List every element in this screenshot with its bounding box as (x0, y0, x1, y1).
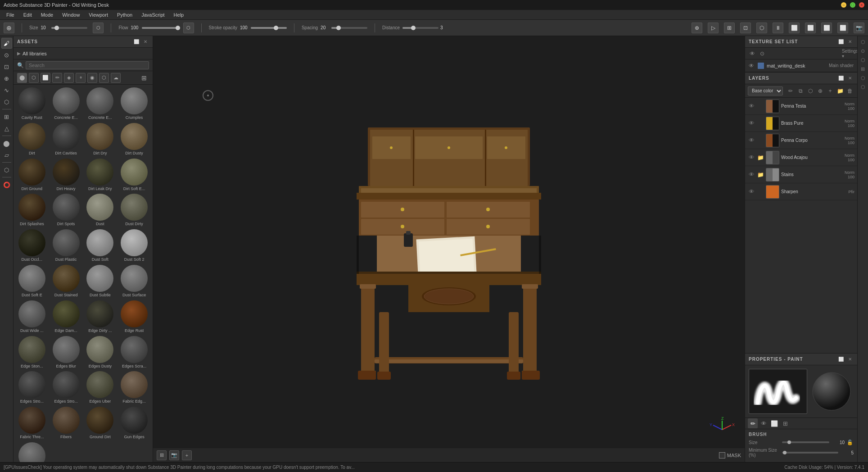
texture-set-item[interactable]: 👁 mat_writing_desk Main shader (745, 59, 857, 72)
ts-close-btn[interactable]: ✕ (846, 38, 854, 45)
asset-item-7[interactable]: Dirt Dusty (118, 122, 151, 157)
clone-tool[interactable]: ⊕ (1, 73, 12, 84)
vp-grid-btn[interactable]: ⊞ (157, 450, 167, 460)
prop-eye-btn[interactable]: 👁 (759, 418, 769, 428)
viewport-btn-7[interactable]: ⬜ (789, 23, 800, 33)
layer-item-3[interactable]: 👁📁Wood AcajouNorm100 (745, 149, 857, 166)
asset-item-18[interactable]: Dust Soft (84, 228, 117, 263)
viewport-btn-3[interactable]: ⊞ (724, 23, 735, 33)
menu-javascript[interactable]: JavaScript (137, 11, 169, 18)
asset-item-17[interactable]: Dust Plastic (50, 228, 83, 263)
menu-edit[interactable]: Edit (19, 11, 36, 18)
layer-eye-5[interactable]: 👁 (748, 188, 755, 195)
ts-expand-btn[interactable]: ⬜ (837, 38, 845, 45)
asset-item-9[interactable]: Dirt Heavy (50, 158, 83, 192)
select-tool[interactable]: ⊞ (1, 111, 12, 122)
bake-tool[interactable]: ⬡ (1, 164, 12, 175)
size-lock-btn[interactable]: ⬡ (93, 23, 104, 33)
color-picker[interactable]: ⬤ (1, 138, 12, 149)
prop-square-btn[interactable]: ⬜ (769, 418, 779, 428)
asset-item-34[interactable]: Edges Uber (84, 370, 117, 405)
layers-effect-btn[interactable]: ⊕ (816, 86, 825, 95)
asset-item-32[interactable]: Edges Stro... (15, 370, 49, 405)
asset-item-23[interactable]: Dust Surface (118, 264, 151, 299)
layers-mask-btn[interactable]: ⬡ (806, 86, 815, 95)
close-button[interactable]: × (859, 2, 864, 8)
filter-box-btn[interactable]: ⬜ (41, 73, 50, 83)
flow-lock-btn[interactable]: ⬡ (183, 23, 194, 33)
asset-item-10[interactable]: Dirt Leak Dry (84, 158, 117, 192)
asset-item-26[interactable]: Edge Dirty ... (84, 300, 117, 334)
layer-eye-3[interactable]: 👁 (748, 154, 755, 161)
asset-item-22[interactable]: Dust Subtle (84, 264, 117, 299)
props-expand-btn[interactable]: ⬜ (837, 356, 845, 363)
viewport-btn-8[interactable]: ⬜ (805, 23, 816, 33)
blend-mode-select[interactable]: Base color Normal (748, 86, 783, 95)
asset-item-0[interactable]: Cavity Rust (15, 86, 49, 121)
layer-eye-2[interactable]: 👁 (748, 137, 755, 144)
prop-paint-btn[interactable]: ✏ (748, 418, 758, 428)
menu-viewport[interactable]: Viewport (84, 11, 113, 18)
filter-particle-btn[interactable]: ⚬ (76, 73, 86, 83)
asset-item-24[interactable]: Dust Wide ... (15, 300, 49, 334)
layer-item-0[interactable]: 👁Penna TestaNorm100 (745, 98, 857, 115)
brush-mode-btn[interactable]: ⊕ (4, 23, 14, 33)
viewport-btn-11[interactable]: 📷 (854, 23, 864, 33)
prop-grid-btn[interactable]: ⊞ (780, 418, 790, 428)
smudge-tool[interactable]: ∿ (1, 85, 12, 95)
layers-expand-btn[interactable]: ⬜ (837, 75, 845, 82)
asset-item-29[interactable]: Edges Blur (50, 335, 83, 370)
brush-minsize-slider[interactable] (782, 452, 838, 454)
asset-item-38[interactable]: Ground Dirt (84, 406, 117, 440)
layers-copy-btn[interactable]: ⧉ (796, 86, 805, 95)
asset-item-39[interactable]: Gun Edges (118, 406, 151, 440)
asset-item-15[interactable]: Dust Dirty (118, 193, 151, 227)
viewport-btn-9[interactable]: ⬜ (821, 23, 832, 33)
asset-item-33[interactable]: Edges Stro... (50, 370, 83, 405)
ts-eye-btn[interactable]: 👁 (748, 49, 757, 58)
gradient-tool[interactable]: ▱ (1, 150, 12, 160)
library-expand-arrow[interactable]: ▶ (17, 51, 21, 56)
eraser-tool[interactable]: ⊙ (1, 50, 12, 60)
brush-size-lock[interactable]: 🔓 (846, 439, 854, 446)
grid-view-btn[interactable]: ⊞ (139, 73, 149, 83)
asset-item-21[interactable]: Dust Stained (50, 264, 83, 299)
asset-item-16[interactable]: Dust Occl... (15, 228, 49, 263)
asset-item-37[interactable]: Fibers (50, 406, 83, 440)
props-close-btn[interactable]: ✕ (846, 356, 854, 363)
layers-add-btn[interactable]: + (826, 86, 835, 95)
asset-item-27[interactable]: Edge Rust (118, 300, 151, 334)
asset-item-3[interactable]: Crumples (118, 86, 151, 121)
maximize-button[interactable]: □ (850, 2, 855, 8)
asset-item-28[interactable]: Edge Ston... (15, 335, 49, 370)
right-icon-4[interactable]: ⊞ (859, 65, 867, 73)
layer-item-1[interactable]: 👁Brass PureNorm100 (745, 115, 857, 132)
asset-item-14[interactable]: Dust (84, 193, 117, 227)
render-tool[interactable]: ⭕ (1, 179, 12, 190)
viewport[interactable]: ⊞ 📷 + MASK X Y Z (153, 36, 745, 462)
filter-env-btn[interactable]: ☁ (111, 73, 121, 83)
menu-python[interactable]: Python (113, 11, 137, 18)
layer-item-2[interactable]: 👁Penna CorpoNorm100 (745, 132, 857, 149)
assets-close-btn[interactable]: ✕ (142, 38, 149, 45)
menu-file[interactable]: File (2, 11, 19, 18)
filter-brush-btn[interactable]: ✏ (52, 73, 62, 83)
asset-item-31[interactable]: Edges Scra... (118, 335, 151, 370)
menu-window[interactable]: Window (58, 11, 84, 18)
distance-slider[interactable] (402, 27, 439, 29)
filter-smart-btn[interactable]: ◈ (64, 73, 74, 83)
asset-item-11[interactable]: Dirt Soft E... (118, 158, 151, 192)
layers-delete-btn[interactable]: 🗑 (845, 86, 854, 95)
flow-slider[interactable] (142, 27, 178, 29)
asset-item-25[interactable]: Edge Dam... (50, 300, 83, 334)
vp-add-btn[interactable]: + (182, 450, 192, 460)
asset-item-30[interactable]: Edges Dusty (84, 335, 117, 370)
filter-proc-btn[interactable]: ◉ (87, 73, 97, 83)
search-input[interactable] (26, 61, 149, 69)
layers-folder-btn[interactable]: 📁 (836, 86, 845, 95)
asset-item-8[interactable]: Dirt Ground (15, 158, 49, 192)
menu-mode[interactable]: Mode (36, 11, 58, 18)
ts-settings-btn[interactable]: Settings ▾ (845, 49, 854, 58)
brush-size-slider[interactable] (782, 441, 829, 443)
viewport-pause-btn[interactable]: ⏸ (773, 23, 783, 33)
